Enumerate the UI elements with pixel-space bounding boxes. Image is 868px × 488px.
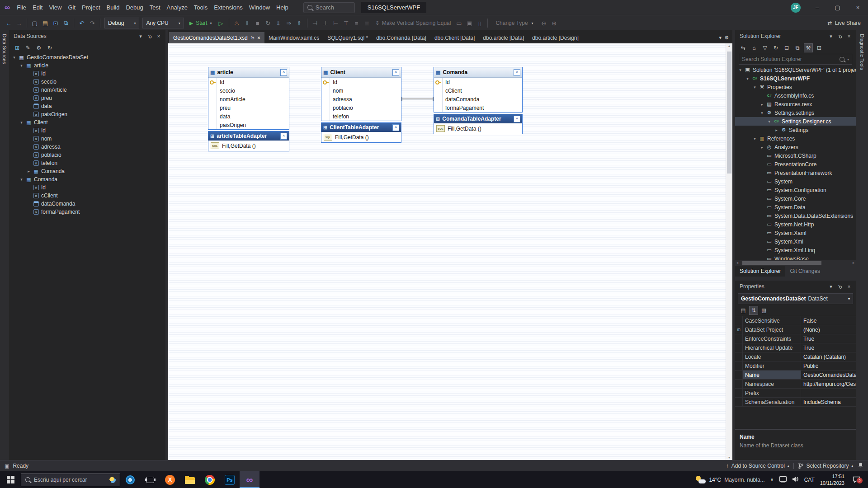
window-options-icon[interactable]: ▾ [137,32,145,40]
data-source-datacomanda[interactable]: dataComanda [9,200,165,208]
tab-dbo-comanda-data[interactable]: dbo.Comanda [Data] [372,32,430,43]
data-source-data[interactable]: data [9,102,165,110]
bottom-tab-solution-explorer[interactable]: Solution Explorer [735,266,785,277]
tab-gestiocomandesdataset1-xsd[interactable]: GestioComandesDataSet1.xsd⚲× [169,32,264,43]
align-centers-icon[interactable]: ⊥ [321,18,330,28]
adapter-header[interactable]: ⊞ComandaTableAdapter^ [434,114,522,123]
solution-item-settings-designer-cs[interactable]: ▾C#Settings.Designer.cs [735,117,856,126]
entity-header[interactable]: ▦Comanda^ [434,67,522,78]
data-source-comanda[interactable]: ▸▦Comanda [9,167,165,175]
hot-reload-icon[interactable]: ♨ [232,18,242,28]
active-files-icon[interactable]: ▾ [719,35,722,41]
titlebar-search-box[interactable]: Search [303,2,355,13]
menu-tools[interactable]: Tools [191,0,211,15]
solution-item-windowsbase[interactable]: ▭WindowsBase [735,254,856,260]
column-row-datacomanda[interactable]: dataComanda [434,95,522,103]
action-center-icon[interactable]: 2 [850,476,863,483]
collapse-icon[interactable]: ^ [280,69,287,76]
property-row-prefix[interactable]: Prefix [735,389,856,398]
data-source-seccio[interactable]: aseccio [9,78,165,86]
adapter-header[interactable]: ⊞ClientTableAdapter^ [321,123,401,132]
scrollbar-thumb[interactable] [727,52,731,174]
align-rights-icon[interactable]: ⊢ [331,18,341,28]
property-pages-icon[interactable]: ▧ [760,306,769,315]
expander-expanded-icon[interactable]: ▾ [759,111,765,115]
solution-item-system-xaml[interactable]: ▭System.Xaml [735,229,856,237]
property-row-name[interactable]: NameGestioComandesDataSet [735,371,856,380]
menu-build[interactable]: Build [104,0,123,15]
solution-item-presentationframework[interactable]: ▭PresentationFramework [735,169,856,177]
home-icon[interactable]: ⌂ [750,43,759,52]
taskbar-cortana-button[interactable] [120,471,140,488]
tab-sqlquery1-sql[interactable]: SQLQuery1.sql * [323,32,372,43]
data-source-id[interactable]: #Id [9,127,165,135]
data-source-adressa[interactable]: aadressa [9,143,165,151]
expander-expanded-icon[interactable]: ▾ [751,136,758,141]
entity-header[interactable]: ▦Client^ [321,67,401,78]
data-source-telefon[interactable]: #telefon [9,159,165,167]
switch-views-icon[interactable]: ⇆ [739,43,748,52]
start-debug-button[interactable]: ▶Start▾ [186,20,216,26]
data-source-id[interactable]: #Id [9,70,165,78]
taskbar-chrome-button[interactable] [200,471,220,488]
debug-configuration-combo[interactable]: Debug▾ [104,18,139,28]
pin-icon[interactable]: ⚲ [146,32,154,40]
column-row-preu[interactable]: preu [208,103,289,112]
run-without-debug-icon[interactable]: ▷ [216,18,226,28]
restart-icon[interactable]: ↻ [263,18,273,28]
table-relation-connector[interactable] [401,99,434,99]
solution-item-resources-resx[interactable]: ▸▤Resources.resx [735,100,856,108]
notifications-bell-icon[interactable] [858,462,863,469]
solution-item-settings[interactable]: ▸⚙Settings [735,126,856,134]
align-tops-icon[interactable]: ⊤ [341,18,351,28]
property-row-modifier[interactable]: ModifierPublic [735,361,856,371]
zoom-in-icon[interactable]: ⊕ [549,18,559,28]
column-row-data[interactable]: data [208,112,289,121]
collapse-icon[interactable]: ^ [514,69,520,76]
object-selector-combo[interactable]: GestioComandesDataSet DataSet ▾ [738,293,853,304]
solution-item-properties[interactable]: ▾⚒Properties [735,83,856,91]
tab-dbo-article-data[interactable]: dbo.article [Data] [479,32,528,43]
column-row-formapagament[interactable]: formaPagament [434,103,522,112]
filter-icon[interactable]: ▽ [760,43,769,52]
solution-item-system-data[interactable]: ▭System.Data [735,203,856,211]
data-sources-side-tab[interactable]: Data Sources [0,30,9,460]
canvas-vertical-scrollbar[interactable]: ▲▼ [726,43,732,460]
column-row-id[interactable]: Id [434,78,522,86]
data-source-nomarticle[interactable]: anomArticle [9,86,165,94]
background-tasks-icon[interactable]: ▣ [5,463,9,469]
menu-git[interactable]: Git [65,0,79,15]
entity-article[interactable]: ▦article^IdseccionomArticlepreudatapaisO… [208,67,289,151]
scroll-left-icon[interactable]: ◂ [736,261,738,265]
close-icon[interactable]: × [845,282,853,291]
property-row-schemaserialization[interactable]: SchemaSerializationIncludeSchema [735,398,856,407]
property-row-namespace[interactable]: Namespacehttp://tempuri.org/Gesti... [735,380,856,389]
adapter-methods-row[interactable]: SQLFill,GetData () [208,141,289,151]
menu-file[interactable]: File [14,0,29,15]
account-avatar[interactable]: JF [791,3,801,13]
pin-tab-icon[interactable]: ⚲ [250,35,255,41]
property-row-casesensitive[interactable]: CaseSensitiveFalse [735,316,856,325]
maximize-button[interactable]: ▢ [827,0,848,15]
weather-widget[interactable]: 14°C Mayorm. nubla... [695,476,764,483]
window-options-icon[interactable]: ▾ [827,32,835,40]
data-source-article[interactable]: ▾▦article [9,61,165,70]
property-row-dataset-project[interactable]: ⊞DataSet Project(None) [735,325,856,334]
solution-item-s16sqlserverwpf[interactable]: ▾C#S16SQLServerWPF [735,74,856,83]
save-icon[interactable]: ⊡ [51,18,61,28]
column-row-telefon[interactable]: telefon [321,112,401,121]
solution-item-assemblyinfo-cs[interactable]: C#AssemblyInfo.cs [735,91,856,100]
expander-expanded-icon[interactable]: ▾ [11,55,18,60]
bottom-tab-git-changes[interactable]: Git Changes [785,266,825,277]
taskbar-visual-studio-button[interactable]: ∞ [240,471,259,488]
column-row-id[interactable]: Id [321,78,401,86]
column-row-adressa[interactable]: adressa [321,95,401,103]
property-row-enforceconstraints[interactable]: EnforceConstraintsTrue [735,334,856,343]
volume-icon[interactable] [792,476,799,483]
data-source-paisorigen[interactable]: apaisOrigen [9,110,165,118]
column-row-cclient[interactable]: cClient [434,86,522,95]
scroll-right-icon[interactable]: ▸ [853,261,854,265]
solution-item-system-net-http[interactable]: ▭System.Net.Http [735,220,856,229]
data-source-id[interactable]: #Id [9,183,165,192]
same-height-icon[interactable]: ▯ [475,18,485,28]
